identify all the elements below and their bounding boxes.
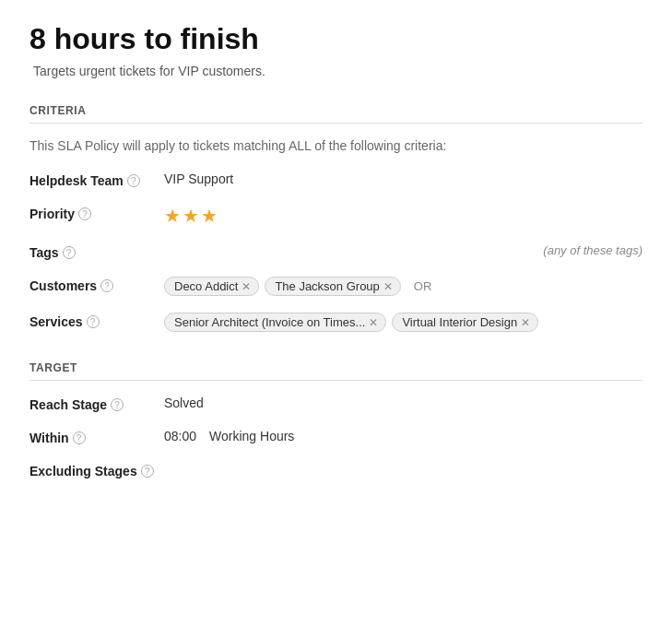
service-chip-senior-architect[interactable]: Senior Architect (Invoice on Times... ✕ [164, 313, 386, 332]
reach-stage-value: Solved [164, 396, 643, 410]
tags-row: Tags ? (any of these tags) [29, 243, 643, 260]
star-2: ★ [183, 205, 199, 227]
reach-stage-label: Reach Stage ? [29, 396, 149, 412]
star-1: ★ [164, 205, 181, 227]
customers-or-label: OR [414, 279, 432, 293]
any-tags-label: (any of these tags) [543, 243, 643, 257]
customers-label: Customers ? [29, 277, 149, 293]
priority-stars: ★ ★ ★ [164, 205, 218, 227]
target-section-label: TARGET [29, 361, 643, 374]
within-label: Within ? [29, 429, 149, 445]
service-chip-senior-architect-label: Senior Architect (Invoice on Times... [174, 315, 365, 329]
page-title: 8 hours to finish [29, 22, 643, 56]
services-help-icon[interactable]: ? [87, 315, 100, 328]
criteria-divider [29, 123, 643, 124]
priority-help-icon[interactable]: ? [78, 207, 91, 220]
tags-label: Tags ? [29, 243, 149, 260]
tags-help-icon[interactable]: ? [63, 246, 76, 259]
reach-stage-help-icon[interactable]: ? [111, 398, 124, 411]
services-row: Services ? Senior Architect (Invoice on … [29, 313, 643, 332]
excluding-stages-help-icon[interactable]: ? [141, 465, 154, 478]
customer-chip-jackson-group-remove[interactable]: ✕ [383, 281, 393, 292]
customer-chip-jackson-group-label: The Jackson Group [275, 279, 379, 293]
service-chip-virtual-interior-label: Virtual Interior Design [402, 315, 517, 329]
priority-value: ★ ★ ★ [164, 205, 643, 227]
service-chip-virtual-interior-remove[interactable]: ✕ [521, 317, 530, 328]
target-divider [29, 380, 643, 381]
star-3: ★ [201, 205, 218, 227]
customers-row: Customers ? Deco Addict ✕ The Jackson Gr… [29, 277, 643, 296]
page-subtitle: Targets urgent tickets for VIP customers… [29, 64, 643, 78]
helpdesk-team-label: Helpdesk Team ? [29, 171, 149, 188]
criteria-section-label: CRITERIA [29, 104, 643, 117]
customer-chip-deco-addict[interactable]: Deco Addict ✕ [164, 277, 259, 296]
excluding-stages-row: Excluding Stages ? [29, 462, 643, 478]
within-value: 08:00 Working Hours [164, 429, 643, 443]
customers-help-icon[interactable]: ? [100, 279, 113, 292]
priority-label: Priority ? [29, 205, 149, 221]
priority-row: Priority ? ★ ★ ★ [29, 205, 643, 227]
services-value: Senior Architect (Invoice on Times... ✕ … [164, 313, 643, 332]
target-section: TARGET Reach Stage ? Solved Within ? 08:… [29, 361, 643, 478]
within-row: Within ? 08:00 Working Hours [29, 429, 643, 445]
working-hours-label: Working Hours [209, 429, 294, 443]
customers-value: Deco Addict ✕ The Jackson Group ✕ OR [164, 277, 643, 296]
reach-stage-row: Reach Stage ? Solved [29, 396, 643, 412]
helpdesk-team-value: VIP Support [164, 171, 643, 186]
service-chip-senior-architect-remove[interactable]: ✕ [369, 317, 378, 328]
excluding-stages-label: Excluding Stages ? [29, 462, 154, 478]
customer-chip-deco-addict-remove[interactable]: ✕ [242, 281, 251, 292]
criteria-intro: This SLA Policy will apply to tickets ma… [29, 138, 643, 153]
tags-value: (any of these tags) [164, 243, 643, 257]
service-chip-virtual-interior[interactable]: Virtual Interior Design ✕ [392, 313, 538, 332]
customer-chip-deco-addict-label: Deco Addict [174, 279, 238, 293]
customer-chip-jackson-group[interactable]: The Jackson Group ✕ [265, 277, 400, 296]
within-help-icon[interactable]: ? [73, 431, 86, 444]
helpdesk-team-help-icon[interactable]: ? [127, 174, 140, 187]
helpdesk-team-row: Helpdesk Team ? VIP Support [29, 171, 643, 188]
services-label: Services ? [29, 313, 149, 329]
